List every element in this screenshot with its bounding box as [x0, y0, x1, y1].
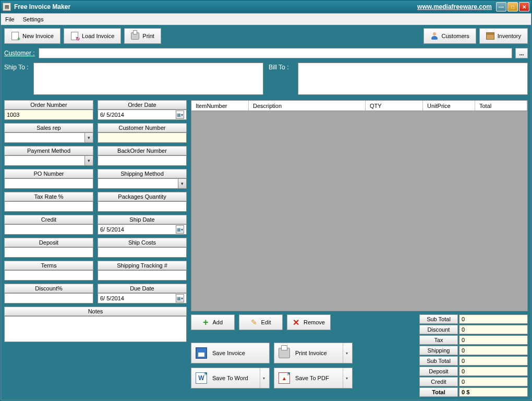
credit-input[interactable] — [4, 224, 93, 235]
deposit-total-label: Deposit — [419, 367, 458, 376]
due-date-input[interactable]: 6/ 5/2014▦▾ — [98, 293, 187, 303]
printer-icon — [279, 348, 290, 358]
col-item-number[interactable]: ItemNumber — [191, 101, 249, 111]
menu-file[interactable]: File — [5, 16, 15, 22]
payment-method-label: Payment Method — [4, 146, 93, 155]
ship-date-label: Ship Date — [98, 215, 187, 224]
print-button[interactable]: Print — [124, 28, 161, 44]
chevron-down-icon[interactable]: ▾ — [343, 368, 350, 388]
terms-label: Terms — [4, 261, 93, 270]
customer-number-label: Customer Number — [98, 123, 187, 132]
shipping-value: 0 — [459, 346, 528, 355]
window-buttons: — □ ✕ — [496, 2, 529, 11]
terms-input[interactable] — [4, 270, 93, 281]
credit-label: Credit — [4, 215, 93, 224]
ship-date-input[interactable]: 6/ 5/2014▦▾ — [98, 224, 187, 235]
backorder-number-input[interactable] — [98, 155, 187, 166]
grand-total-label: Total — [419, 387, 458, 397]
col-unit-price[interactable]: UnitPrice — [423, 101, 475, 111]
po-number-label: PO Number — [4, 169, 93, 178]
payment-method-select[interactable]: ▾ — [4, 155, 93, 166]
order-date-input[interactable]: 6/ 5/2014▦▾ — [98, 110, 187, 120]
app-icon: ▤ — [3, 3, 11, 11]
tax-rate-input[interactable] — [4, 201, 93, 212]
po-number-input[interactable] — [4, 178, 93, 189]
ship-costs-label: Ship Costs — [98, 238, 187, 247]
sales-rep-select[interactable]: ▾ — [4, 132, 93, 143]
new-invoice-label: New Invoice — [22, 33, 54, 39]
notes-block: Notes — [4, 307, 187, 342]
grand-total-value: 0 $ — [459, 387, 528, 397]
pdf-icon: ▲ — [279, 372, 290, 384]
shipping-tracking-input[interactable] — [98, 270, 187, 281]
remove-button[interactable]: ✕Remove — [287, 314, 331, 330]
ship-to-label: Ship To : — [4, 63, 30, 95]
titlebar: ▤ Free Invoice Maker www.mediafreeware.c… — [1, 1, 531, 13]
app-title: Free Invoice Maker — [14, 3, 70, 10]
print-label: Print — [142, 33, 154, 39]
col-total[interactable]: Total — [475, 101, 527, 111]
new-invoice-button[interactable]: New Invoice — [4, 28, 61, 44]
customer-select[interactable] — [39, 48, 512, 58]
add-button[interactable]: +Add — [191, 314, 235, 330]
col-description[interactable]: Description — [249, 101, 366, 111]
save-icon — [196, 347, 207, 359]
address-row: Ship To : Bill To : — [4, 63, 528, 95]
save-invoice-button[interactable]: Save Invoice — [191, 343, 270, 363]
discount-value: 0 — [459, 325, 528, 334]
minimize-button[interactable]: — — [496, 2, 506, 11]
deposit-input[interactable] — [4, 247, 93, 258]
col-qty[interactable]: QTY — [366, 101, 423, 111]
discount-label: Discount — [419, 325, 458, 334]
grid-buttons: +Add ✎Edit ✕Remove — [191, 314, 353, 330]
maximize-button[interactable]: □ — [507, 2, 518, 11]
due-date-label: Due Date — [98, 284, 187, 293]
chevron-down-icon[interactable]: ▾ — [343, 343, 350, 363]
app-window: ▤ Free Invoice Maker www.mediafreeware.c… — [0, 0, 532, 401]
inventory-button[interactable]: Inventory — [479, 28, 528, 44]
calendar-icon[interactable]: ▦▾ — [176, 225, 184, 234]
shipping-method-select[interactable]: ▾ — [98, 178, 187, 189]
load-invoice-button[interactable]: Load Invoice — [64, 28, 121, 44]
calendar-icon[interactable]: ▦▾ — [176, 294, 184, 302]
ship-to-input[interactable] — [33, 63, 263, 95]
menu-settings[interactable]: Settings — [23, 16, 44, 22]
deposit-total-value: 0 — [459, 367, 528, 376]
shipping-label: Shipping — [419, 346, 458, 355]
subtotal1-value: 0 — [459, 314, 528, 324]
customers-label: Customers — [442, 33, 469, 39]
bill-to-input[interactable] — [298, 63, 528, 95]
customers-button[interactable]: Customers — [424, 28, 476, 44]
print-invoice-button[interactable]: Print Invoice▾ — [274, 343, 353, 363]
packages-qty-input[interactable] — [98, 201, 187, 212]
save-word-button[interactable]: WSave To Word▾ — [191, 368, 270, 388]
main-panel: New Invoice Load Invoice Print Customers — [1, 25, 531, 400]
close-button[interactable]: ✕ — [519, 2, 529, 11]
customer-browse-button[interactable]: ... — [515, 48, 528, 58]
customers-icon — [430, 32, 439, 40]
grid-body[interactable] — [191, 111, 527, 311]
shipping-method-label: Shipping Method — [98, 169, 187, 178]
edit-button[interactable]: ✎Edit — [239, 314, 283, 330]
customer-number-input[interactable] — [98, 132, 187, 143]
load-invoice-icon — [70, 32, 79, 40]
subtotal2-label: Sub Total — [419, 356, 458, 366]
items-grid[interactable]: ItemNumber Description QTY UnitPrice Tot… — [191, 100, 528, 311]
word-icon: W — [196, 372, 207, 384]
credit-total-label: Credit — [419, 377, 458, 386]
titlebar-link[interactable]: www.mediafreeware.com — [417, 3, 492, 10]
tax-value: 0 — [459, 335, 528, 345]
shipping-tracking-label: Shipping Tracking # — [98, 261, 187, 270]
calendar-icon[interactable]: ▦▾ — [176, 111, 184, 119]
save-pdf-button[interactable]: ▲Save To PDF▾ — [274, 368, 353, 388]
order-number-input[interactable]: 1003 — [4, 110, 93, 120]
notes-input[interactable] — [4, 316, 187, 342]
chevron-down-icon[interactable]: ▾ — [260, 368, 267, 388]
packages-qty-label: Packages Quantity — [98, 192, 187, 201]
print-icon — [131, 32, 139, 40]
discount-pct-input[interactable] — [4, 293, 93, 303]
notes-label: Notes — [4, 307, 187, 316]
ship-costs-input[interactable] — [98, 247, 187, 258]
save-buttons: Save Invoice Print Invoice▾ WSave To Wor… — [191, 343, 353, 388]
load-invoice-label: Load Invoice — [82, 33, 114, 39]
